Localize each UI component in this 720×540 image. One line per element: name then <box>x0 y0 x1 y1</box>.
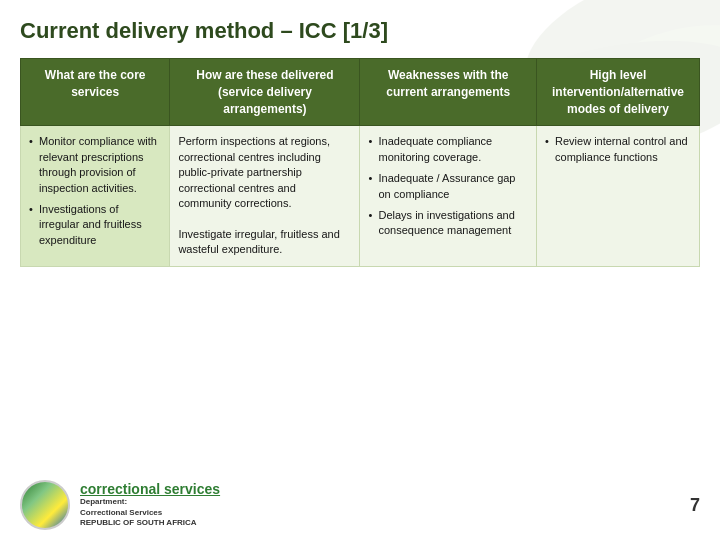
table-header-row: What are the core services How are these… <box>21 59 700 126</box>
footer: correctional services Department: Correc… <box>0 480 720 530</box>
page-container: Current delivery method – ICC [1/3] What… <box>0 0 720 540</box>
dept-line2: Correctional Services <box>80 508 220 518</box>
dept-line1: Department: <box>80 497 220 507</box>
logo-icon <box>20 480 70 530</box>
col-header-1: What are the core services <box>21 59 170 126</box>
cell-col3: Inadequate compliance monitoring coverag… <box>360 126 537 266</box>
main-content: Current delivery method – ICC [1/3] What… <box>0 0 720 277</box>
footer-left: correctional services Department: Correc… <box>20 480 220 530</box>
page-number: 7 <box>690 495 700 516</box>
col-header-3: Weaknesses with the current arrangements <box>360 59 537 126</box>
col-header-2: How are these delivered (service deliver… <box>170 59 360 126</box>
cell-col4: Review internal control and compliance f… <box>537 126 700 266</box>
brand-name: correctional services <box>80 481 220 497</box>
cell-col2: Perform inspections at regions, correcti… <box>170 126 360 266</box>
weakness-3: Delays in investigations and consequence… <box>368 208 528 239</box>
bullet-item-2: Investigations of irregular and fruitles… <box>29 202 161 248</box>
table-row: Monitor compliance with relevant prescri… <box>21 126 700 266</box>
bullet-item-1: Monitor compliance with relevant prescri… <box>29 134 161 196</box>
col2-para2: Investigate irregular, fruitless and was… <box>178 227 351 258</box>
intervention-1: Review internal control and compliance f… <box>545 134 691 165</box>
col2-para1: Perform inspections at regions, correcti… <box>178 134 351 211</box>
page-title: Current delivery method – ICC [1/3] <box>20 18 700 44</box>
weakness-1: Inadequate compliance monitoring coverag… <box>368 134 528 165</box>
col-header-4: High level intervention/alternative mode… <box>537 59 700 126</box>
dept-line3: REPUBLIC OF SOUTH AFRICA <box>80 518 220 528</box>
main-table: What are the core services How are these… <box>20 58 700 267</box>
cell-col1: Monitor compliance with relevant prescri… <box>21 126 170 266</box>
footer-text: correctional services Department: Correc… <box>80 481 220 528</box>
weakness-2: Inadequate / Assurance gap on compliance <box>368 171 528 202</box>
